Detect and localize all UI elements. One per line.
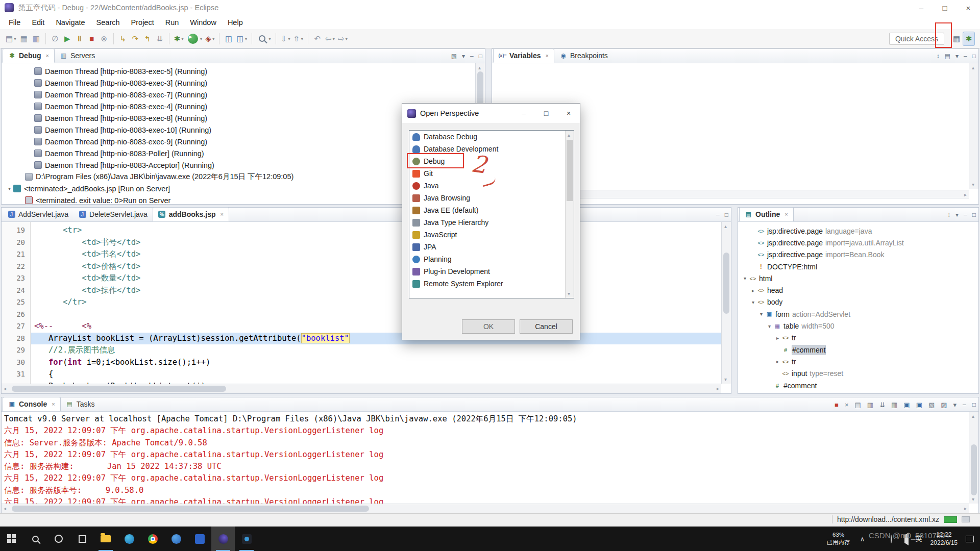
debug-dropdown-button[interactable] [173, 32, 185, 46]
file-explorer-button[interactable] [94, 527, 117, 551]
debug-perspective-button[interactable] [963, 32, 975, 46]
menu-project[interactable]: Project [126, 16, 160, 29]
maximize-view-icon[interactable]: □ [972, 211, 976, 218]
scroll-up-icon[interactable]: ▴ [972, 413, 974, 419]
menu-navigate[interactable]: Navigate [50, 16, 90, 29]
outline-item-selected[interactable]: #comment [738, 344, 978, 356]
code-line[interactable]: 29 //2.展示图书信息 [2, 344, 721, 357]
view-menu-icon[interactable]: ▾ [955, 211, 959, 218]
run-dropdown-button[interactable] [185, 32, 204, 46]
scroll-right-icon[interactable]: ▸ [964, 192, 967, 197]
tab-debug[interactable]: Debug × [3, 48, 55, 63]
eclipse-taskbar-button[interactable] [211, 527, 235, 551]
drop-to-frame-button[interactable] [154, 32, 166, 46]
maximize-view-icon[interactable]: □ [972, 401, 976, 408]
thread-row[interactable]: Daemon Thread [http-nio-8083-exec-3] (Ru… [2, 77, 475, 89]
terminate-console-button[interactable]: ■ [835, 401, 839, 409]
new-wizard-button[interactable] [4, 32, 18, 46]
terminate-button[interactable] [86, 32, 98, 46]
minimize-view-icon[interactable]: – [964, 53, 967, 60]
step-into-button[interactable] [117, 32, 129, 46]
database-dropdown-button[interactable] [235, 32, 249, 46]
previous-annotation-button[interactable] [292, 32, 305, 46]
show-type-names-icon[interactable]: ↕ [937, 53, 940, 60]
chrome-button[interactable] [141, 527, 164, 551]
perspective-item-java-browsing[interactable]: Java Browsing [409, 192, 574, 204]
outline-item[interactable]: ▸tr [738, 332, 978, 344]
remove-launch-button[interactable]: × [845, 401, 849, 409]
show-stdout-button[interactable]: ▣ [903, 401, 910, 409]
tab-addservlet[interactable]: AddServlet.java [3, 207, 74, 221]
hidden-icons-chevron[interactable]: ∧ [855, 535, 870, 543]
chevron-right-icon[interactable]: ▸ [774, 359, 781, 364]
chevron-down-icon[interactable]: ▾ [6, 186, 13, 191]
code-line[interactable]: 23 <td>数量</td> [2, 272, 721, 285]
editor-horizontal-scrollbar[interactable]: ◂ ▸ [2, 384, 721, 393]
code-line[interactable]: 26 [2, 309, 721, 321]
dialog-close-button[interactable]: × [557, 104, 580, 123]
chevron-right-icon[interactable]: ▸ [774, 335, 781, 341]
perspective-item-database-debug[interactable]: Database Debug [409, 131, 574, 143]
view-menu-icon[interactable]: ▾ [955, 53, 959, 60]
collapse-all-icon[interactable]: ▤ [945, 53, 950, 60]
menu-window[interactable]: Window [184, 16, 222, 29]
tab-tasks[interactable]: Tasks [61, 397, 100, 411]
blue-app-button[interactable] [188, 527, 211, 551]
menu-edit[interactable]: Edit [26, 16, 50, 29]
window-close-button[interactable]: × [957, 0, 980, 15]
ok-button[interactable]: OK [462, 319, 515, 334]
perspective-item-jpa[interactable]: JPA [409, 241, 574, 253]
open-console-dropdown[interactable]: ▾ [953, 401, 957, 409]
tab-console[interactable]: Console × [3, 397, 61, 411]
show-stderr-button[interactable]: ▣ [916, 401, 922, 409]
code-line[interactable]: 24 <td>操作</td> [2, 285, 721, 297]
code-line[interactable]: 25 </tr> [2, 296, 721, 309]
outline-item[interactable]: jsp:directive.pageimport=java.util.Array… [738, 237, 978, 248]
outline-item[interactable]: DOCTYPE:html [738, 261, 978, 272]
close-icon[interactable]: × [220, 211, 223, 217]
remove-all-terminated-icon[interactable]: ▧ [451, 53, 457, 60]
pin-console-button[interactable]: ▧ [928, 401, 935, 409]
taskbar-search-button[interactable] [23, 527, 47, 551]
remove-all-terminated-button[interactable]: ▤ [855, 401, 861, 409]
close-icon[interactable]: × [46, 53, 49, 59]
perspective-item-java-ee[interactable]: Java EE (default) [409, 204, 574, 216]
outline-item[interactable]: ▸tr [738, 356, 978, 367]
menu-file[interactable]: File [3, 16, 26, 29]
code-line[interactable]: 20 <td>书号</td> [2, 237, 721, 249]
tab-addbooks-jsp[interactable]: addBooks.jsp × [153, 207, 229, 221]
menu-help[interactable]: Help [222, 16, 249, 29]
tab-servers[interactable]: Servers [55, 48, 100, 63]
status-tray-icon[interactable] [962, 516, 970, 522]
chevron-down-icon[interactable]: ▾ [757, 311, 765, 317]
word-wrap-button[interactable]: ▦ [891, 401, 897, 409]
start-button[interactable] [0, 527, 23, 551]
outline-item[interactable]: ▾formaction=AddServlet [738, 308, 978, 320]
editor-vertical-scrollbar[interactable]: ▴ ▾ [721, 222, 731, 384]
forward-button[interactable] [336, 32, 349, 46]
memory-usage-indicator[interactable]: 63% 已用内存 [822, 531, 855, 546]
menu-run[interactable]: Run [160, 16, 185, 29]
coverage-dropdown-button[interactable] [204, 32, 216, 46]
maximize-view-icon[interactable]: □ [479, 53, 482, 60]
code-line-current[interactable]: 28 ArrayList bookList = (ArrayList)sessi… [2, 333, 721, 345]
dialog-minimize-button[interactable]: – [512, 104, 535, 123]
scroll-down-icon[interactable]: ▾ [972, 182, 974, 187]
outline-item[interactable]: ▾body [738, 296, 978, 308]
scroll-lock-button[interactable]: ⇊ [879, 401, 885, 409]
tab-breakpoints[interactable]: Breakpoints [554, 48, 613, 63]
dialog-title-bar[interactable]: Open Perspective – □ × [402, 104, 580, 123]
code-line[interactable]: 21 <td>书名</td> [2, 248, 721, 261]
perspective-item-remote-system-explorer[interactable]: Remote System Explorer [409, 278, 574, 290]
close-icon[interactable]: × [546, 53, 549, 59]
code-line[interactable]: 31 { [2, 368, 721, 381]
console-horizontal-scrollbar[interactable]: ◂ ▸ [2, 504, 969, 513]
thread-row[interactable]: Daemon Thread [http-nio-8083-exec-7] (Ru… [2, 89, 475, 101]
next-annotation-button[interactable] [279, 32, 292, 46]
scroll-right-icon[interactable]: ▸ [964, 506, 967, 511]
minimize-view-icon[interactable]: – [963, 401, 966, 408]
task-view-button[interactable] [70, 527, 94, 551]
cancel-button[interactable]: Cancel [520, 319, 573, 334]
minimize-view-icon[interactable]: – [964, 211, 967, 218]
resume-button[interactable] [61, 32, 74, 46]
